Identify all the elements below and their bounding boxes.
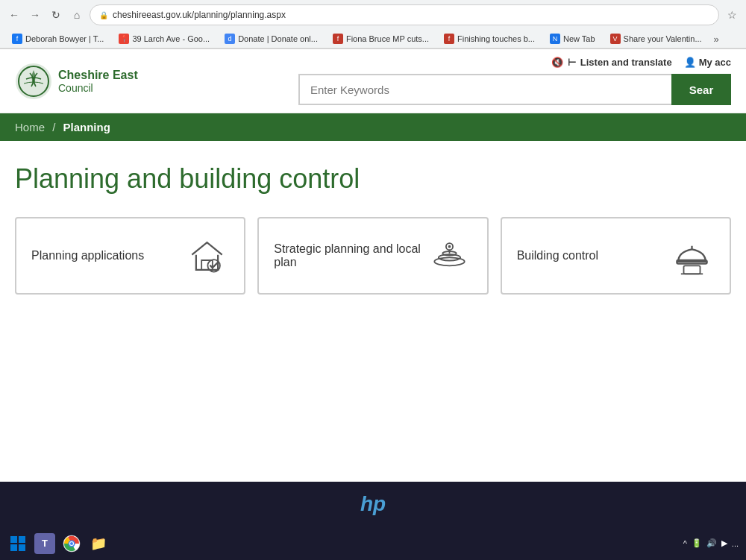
- facebook-favicon: f: [12, 34, 22, 44]
- files-icon[interactable]: 📁: [88, 533, 109, 554]
- nav-bar: Home / Planning: [0, 113, 746, 141]
- bookmark-label: Donate | Donate onl...: [238, 34, 318, 43]
- bookmark-label: New Tab: [563, 34, 595, 43]
- breadcrumb-current: Planning: [63, 121, 110, 133]
- valentine-favicon: V: [610, 34, 621, 44]
- page-title: Planning and building control: [15, 163, 731, 195]
- cards-row: Planning applications Strategic planning…: [15, 217, 731, 295]
- speaker-icon: 🔇: [551, 57, 563, 68]
- bookmark-label: Deborah Bowyer | T...: [25, 34, 104, 43]
- forward-button[interactable]: →: [27, 7, 43, 23]
- card-label-strategic-planning: Strategic planning and local plan: [274, 242, 427, 269]
- browser-chrome: ← → ↻ ⌂ 🔒 cheshireeast.gov.uk/planning/p…: [0, 0, 746, 49]
- browser-toolbar: ← → ↻ ⌂ 🔒 cheshireeast.gov.uk/planning/p…: [0, 0, 746, 30]
- address-bar[interactable]: 🔒 cheshireeast.gov.uk/planning/planning.…: [90, 4, 719, 25]
- svg-point-7: [448, 245, 451, 248]
- hp-logo: hp: [360, 492, 386, 516]
- main-content: Planning and building control Planning a…: [0, 141, 746, 317]
- taskbar: T 📁 ^ 🔋 🔊 ▶ ...: [0, 526, 746, 560]
- taskbar-system-tray: ^ 🔋 🔊 ▶ ...: [683, 538, 739, 548]
- logo-text: Cheshire East Council: [58, 69, 138, 94]
- home-button[interactable]: ⌂: [69, 7, 85, 23]
- website: Cheshire East Council 🔇 ⊢ Listen and tra…: [0, 49, 746, 550]
- search-input[interactable]: [298, 74, 671, 105]
- header-right: 🔇 ⊢ Listen and translate 👤 My acc: [551, 57, 731, 68]
- windows-start-button[interactable]: [7, 533, 28, 554]
- card-label-planning-applications: Planning applications: [31, 249, 184, 262]
- bookmark-facebook[interactable]: f Deborah Bowyer | T...: [6, 32, 110, 45]
- card-strategic-planning[interactable]: Strategic planning and local plan: [257, 217, 488, 295]
- svg-rect-16: [19, 544, 25, 551]
- hp-bar: hp: [0, 482, 746, 526]
- breadcrumb-separator: /: [52, 121, 55, 133]
- bookmark-label: 39 Larch Ave - Goo...: [132, 34, 210, 43]
- svg-rect-15: [10, 544, 17, 551]
- fiona-favicon: f: [333, 34, 343, 44]
- listen-translate[interactable]: 🔇 ⊢ Listen and translate: [551, 57, 672, 68]
- tray-sound[interactable]: 🔊: [706, 538, 717, 548]
- svg-rect-11: [684, 265, 700, 274]
- card-building-control[interactable]: Building control: [501, 217, 731, 295]
- newtab-favicon: N: [550, 34, 560, 44]
- donate-favicon: d: [225, 34, 235, 44]
- site-header: Cheshire East Council 🔇 ⊢ Listen and tra…: [0, 49, 746, 113]
- logo-area: Cheshire East Council: [15, 63, 138, 100]
- tray-caret[interactable]: ^: [683, 539, 687, 548]
- my-account[interactable]: 👤 My acc: [684, 57, 731, 68]
- council-emblem: [15, 63, 52, 100]
- house-check-icon: [184, 233, 229, 278]
- card-label-building-control: Building control: [517, 249, 670, 262]
- tray-time: ...: [732, 539, 739, 548]
- bookmark-valentine[interactable]: V Share your Valentin...: [604, 32, 708, 45]
- svg-rect-14: [19, 536, 25, 543]
- hard-hat-icon: [670, 233, 715, 278]
- bookmark-newtab[interactable]: N New Tab: [544, 32, 601, 45]
- back-button[interactable]: ←: [6, 7, 22, 23]
- breadcrumb: Home / Planning: [15, 121, 731, 133]
- refresh-button[interactable]: ↻: [48, 7, 64, 23]
- lock-icon: 🔒: [99, 11, 108, 19]
- translate-icon: ⊢: [568, 57, 576, 68]
- bookmark-label: Fiona Bruce MP cuts...: [346, 34, 429, 43]
- bookmark-label: Share your Valentin...: [624, 34, 702, 43]
- bookmark-label: Finishing touches b...: [457, 34, 535, 43]
- svg-rect-13: [10, 536, 17, 543]
- tray-battery: 🔋: [692, 538, 702, 548]
- account-icon: 👤: [684, 57, 696, 68]
- bookmark-finishing[interactable]: f Finishing touches b...: [438, 32, 541, 45]
- map-layers-icon: [427, 233, 472, 278]
- search-button[interactable]: Sear: [671, 74, 731, 105]
- bookmarks-bar: f Deborah Bowyer | T... 📍 39 Larch Ave -…: [0, 30, 746, 48]
- url-text: cheshireeast.gov.uk/planning/planning.as…: [113, 10, 286, 20]
- card-planning-applications[interactable]: Planning applications: [15, 217, 245, 295]
- more-bookmarks[interactable]: »: [714, 34, 719, 45]
- finishing-favicon: f: [444, 34, 454, 44]
- bookmark-fiona[interactable]: f Fiona Bruce MP cuts...: [327, 32, 435, 45]
- chrome-icon[interactable]: [61, 533, 82, 554]
- search-area: Sear: [298, 74, 731, 105]
- tray-network[interactable]: ▶: [721, 538, 727, 548]
- teams-icon[interactable]: T: [34, 533, 55, 554]
- bookmark-donate[interactable]: d Donate | Donate onl...: [219, 32, 324, 45]
- svg-point-21: [70, 542, 73, 545]
- breadcrumb-home-link[interactable]: Home: [15, 121, 45, 133]
- location-favicon: 📍: [119, 34, 129, 44]
- bookmark-location[interactable]: 📍 39 Larch Ave - Goo...: [113, 32, 216, 45]
- star-button[interactable]: ☆: [724, 7, 740, 23]
